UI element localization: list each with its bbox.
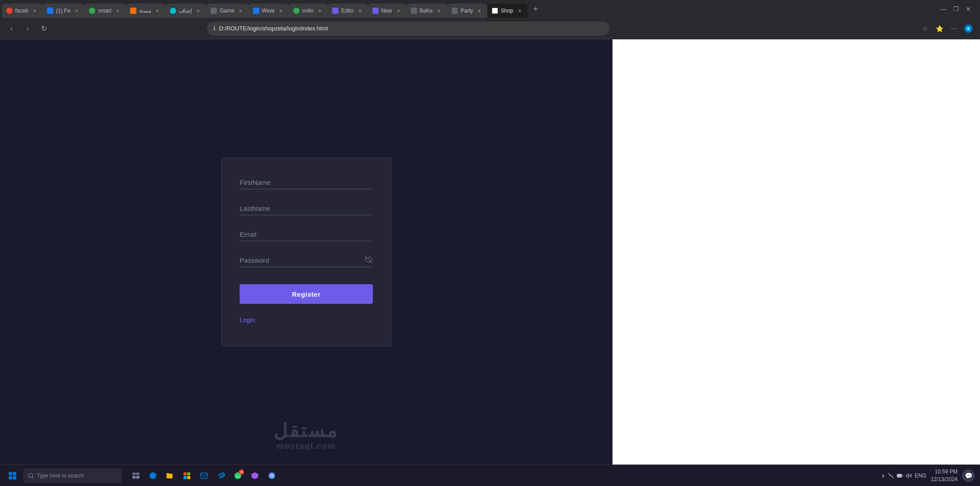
tab-close[interactable]: ✕ — [114, 7, 121, 14]
svg-rect-15 — [201, 473, 207, 478]
tab-fb2[interactable]: (1) Fe ✕ — [42, 4, 84, 18]
edge-taskbar-icon[interactable] — [146, 469, 160, 483]
svg-rect-7 — [133, 473, 136, 475]
chrome-taskbar-icon[interactable] — [265, 469, 279, 483]
tab-favicon — [211, 8, 217, 14]
time-display: 10:59 PM — [931, 468, 958, 476]
tab-close[interactable]: ✕ — [435, 7, 443, 14]
lastname-input[interactable] — [240, 202, 373, 215]
watermark: مستقل mostaql.com — [274, 420, 339, 451]
svg-rect-8 — [136, 473, 139, 475]
visualstudio-taskbar-icon[interactable] — [248, 469, 262, 483]
svg-rect-13 — [184, 476, 187, 479]
close-button[interactable]: ✕ — [964, 4, 973, 13]
window-controls: — ❐ ✕ — [939, 4, 978, 13]
tab-label: Party — [460, 8, 473, 14]
tab-weather[interactable]: Weat ✕ — [249, 4, 289, 18]
taskbar: Type here to search — [0, 465, 980, 486]
start-button[interactable] — [5, 469, 20, 483]
svg-point-5 — [29, 473, 33, 477]
lastname-group — [240, 202, 373, 215]
files-taskbar-icon[interactable] — [163, 469, 177, 483]
favorites-button[interactable]: ⭐ — [934, 22, 946, 35]
right-panel — [612, 39, 980, 465]
tab-idafa[interactable]: إضاف ✕ — [165, 4, 206, 18]
svg-rect-14 — [187, 476, 190, 479]
svg-rect-10 — [136, 476, 139, 479]
tab-close[interactable]: ✕ — [31, 7, 38, 14]
address-input-wrap[interactable]: ℹ D:/ROUTE/login/shopzeta/login/index.ht… — [207, 21, 609, 36]
tab-close[interactable]: ✕ — [237, 7, 244, 14]
tab-party[interactable]: Party ✕ — [447, 4, 487, 18]
vscode-taskbar-icon[interactable] — [214, 469, 228, 483]
tab-label: smart — [98, 8, 111, 14]
tab-close[interactable]: ✕ — [277, 7, 284, 14]
tab-favicon — [411, 8, 417, 14]
browser-window: faceb ✕ (1) Fe ✕ smart ✕ مستة ✕ إضاف ✕ G… — [0, 0, 980, 486]
watermark-subtext: mostaql.com — [274, 442, 339, 451]
page-content: Register Login مستقل mostaql.com — [0, 39, 612, 465]
star-button[interactable]: ☆ — [919, 22, 932, 35]
tab-smart[interactable]: smart ✕ — [84, 4, 126, 18]
password-wrap — [240, 254, 373, 267]
tab-favicon — [253, 8, 259, 14]
firstname-input[interactable] — [240, 176, 373, 189]
svg-line-6 — [32, 477, 34, 478]
login-link[interactable]: Login — [240, 316, 373, 324]
tab-close[interactable]: ✕ — [395, 7, 402, 14]
tab-label: إضاف — [179, 8, 192, 14]
tab-close[interactable]: ✕ — [356, 7, 363, 14]
tab-close[interactable]: ✕ — [194, 7, 202, 14]
svg-rect-3 — [9, 476, 13, 479]
edge-logo — [962, 22, 975, 35]
tab-close[interactable]: ✕ — [73, 7, 80, 14]
tab-label: onlin — [302, 8, 313, 14]
tab-favicon — [130, 8, 136, 14]
tab-label: BaKe — [420, 8, 433, 14]
new-tab-button[interactable]: + — [529, 3, 542, 15]
notification-icon[interactable]: 💬 — [962, 469, 975, 482]
tab-new[interactable]: New ✕ — [368, 4, 406, 18]
tray-expand[interactable]: ∧ — [881, 473, 885, 479]
maximize-button[interactable]: ❐ — [951, 4, 960, 13]
date-display: 12/13/2024 — [931, 476, 958, 483]
register-button[interactable]: Register — [240, 284, 373, 304]
tab-favicon — [372, 8, 379, 14]
task-view-icon[interactable] — [129, 469, 143, 483]
password-group — [240, 254, 373, 267]
tab-shop[interactable]: Shop ✕ — [487, 4, 528, 18]
language-indicator: ENG — [915, 473, 926, 479]
tab-favicon — [332, 8, 338, 14]
minimize-button[interactable]: — — [939, 4, 948, 13]
email-input[interactable] — [240, 228, 373, 241]
tab-close[interactable]: ✕ — [476, 7, 483, 14]
whatsapp-taskbar-icon[interactable]: 4 — [231, 469, 245, 483]
tab-close[interactable]: ✕ — [516, 7, 523, 14]
tab-favicon — [47, 8, 53, 14]
watermark-text: مستقل — [274, 420, 339, 442]
store-taskbar-icon[interactable] — [180, 469, 194, 483]
tab-editor[interactable]: Edito ✕ — [328, 4, 368, 18]
taskbar-right: ∧ ENG 10:59 PM 12/13/2024 💬 — [881, 468, 975, 483]
forward-button[interactable]: › — [21, 22, 34, 35]
more-button[interactable]: ⋯ — [948, 22, 960, 35]
tab-label: (1) Fe — [56, 8, 70, 14]
toggle-password-icon[interactable] — [365, 256, 373, 265]
svg-rect-11 — [184, 472, 187, 475]
taskbar-icons: 4 — [129, 469, 279, 483]
password-input[interactable] — [240, 254, 373, 267]
register-form-card: Register Login — [221, 158, 391, 346]
tab-close[interactable]: ✕ — [154, 7, 161, 14]
address-text: D:/ROUTE/login/shopzeta/login/index.html — [219, 25, 603, 32]
mail-taskbar-icon[interactable] — [197, 469, 211, 483]
tab-game[interactable]: Game ✕ — [206, 4, 249, 18]
taskbar-search[interactable]: Type here to search — [23, 469, 122, 483]
reload-button[interactable]: ↻ — [38, 22, 50, 35]
back-button[interactable]: ‹ — [5, 22, 18, 35]
tab-label: Game — [220, 8, 234, 14]
tab-bake[interactable]: BaKe ✕ — [406, 4, 447, 18]
tab-close[interactable]: ✕ — [316, 7, 323, 14]
tab-facebook[interactable]: faceb ✕ — [2, 4, 42, 18]
tab-online[interactable]: onlin ✕ — [289, 4, 328, 18]
tab-mstqil[interactable]: مستة ✕ — [126, 4, 165, 18]
